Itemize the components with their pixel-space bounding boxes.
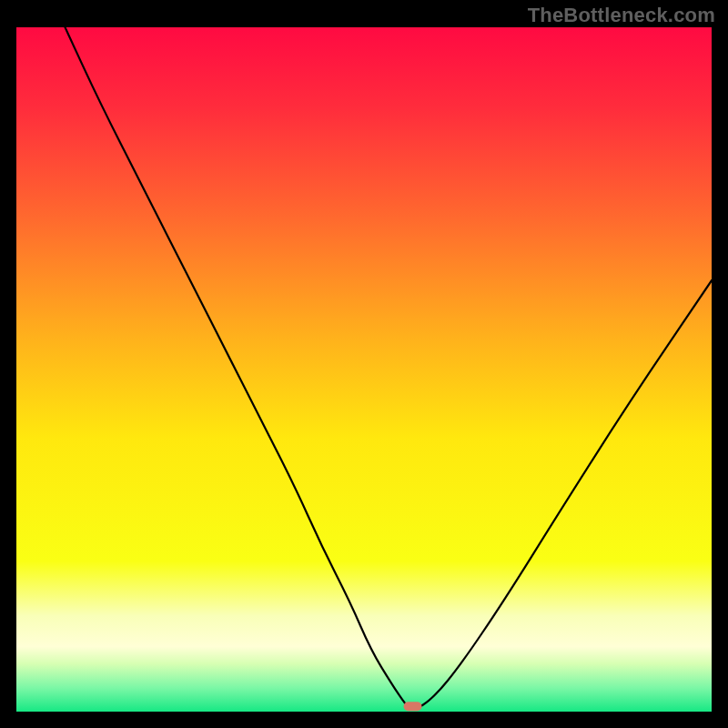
gradient-background bbox=[16, 27, 712, 712]
chart-svg bbox=[16, 27, 712, 712]
optimal-marker bbox=[404, 702, 422, 711]
plot-area bbox=[16, 27, 712, 712]
chart-frame: TheBottleneck.com bbox=[0, 0, 728, 728]
watermark-text: TheBottleneck.com bbox=[528, 4, 715, 27]
